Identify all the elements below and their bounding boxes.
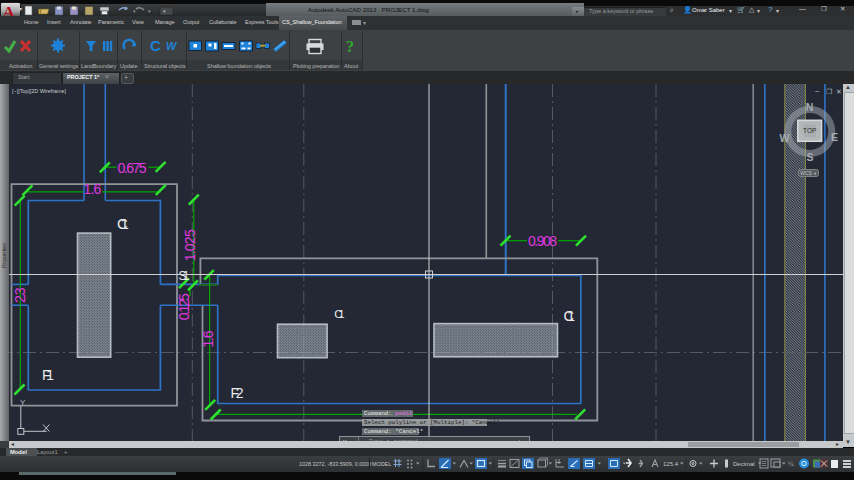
svg-text:✕: ✕ <box>836 88 842 95</box>
svg-text:125.4: 125.4 <box>663 461 679 467</box>
svg-text:C: C <box>150 37 161 54</box>
svg-text:N: N <box>806 101 814 113</box>
svg-text:¼: ¼ <box>788 460 794 467</box>
svg-text:S1: S1 <box>179 269 190 283</box>
svg-text:C1: C1 <box>563 308 575 324</box>
svg-text:E: E <box>831 131 838 143</box>
svg-text:Decimal: Decimal <box>733 461 755 467</box>
svg-text:F1: F1 <box>42 367 54 383</box>
svg-text:▾: ▾ <box>148 8 151 14</box>
svg-text:TOP: TOP <box>803 127 816 134</box>
svg-text:?: ? <box>346 38 354 55</box>
svg-text:1.025: 1.025 <box>183 229 199 261</box>
svg-text:1.6: 1.6 <box>200 330 216 347</box>
svg-text:❐: ❐ <box>826 88 832 95</box>
svg-text:W: W <box>166 40 178 52</box>
svg-text:[−][Top][2D Wireframe]: [−][Top][2D Wireframe] <box>12 88 67 94</box>
svg-text:▾: ▾ <box>133 8 136 14</box>
svg-text:W: W <box>780 132 790 144</box>
svg-text:C1: C1 <box>117 215 129 232</box>
svg-text:−: − <box>815 87 820 96</box>
svg-text:C1: C1 <box>334 308 344 320</box>
svg-text:S: S <box>806 151 813 163</box>
svg-text:1.6: 1.6 <box>83 181 101 197</box>
svg-text:0.675: 0.675 <box>118 160 147 176</box>
svg-text:F2: F2 <box>231 385 244 401</box>
svg-text:0.125: 0.125 <box>176 293 192 320</box>
svg-text:2.3: 2.3 <box>12 287 28 303</box>
svg-text:0.908: 0.908 <box>528 233 557 249</box>
svg-text:WCS: WCS <box>800 170 812 176</box>
svg-text:Y: Y <box>20 398 26 407</box>
